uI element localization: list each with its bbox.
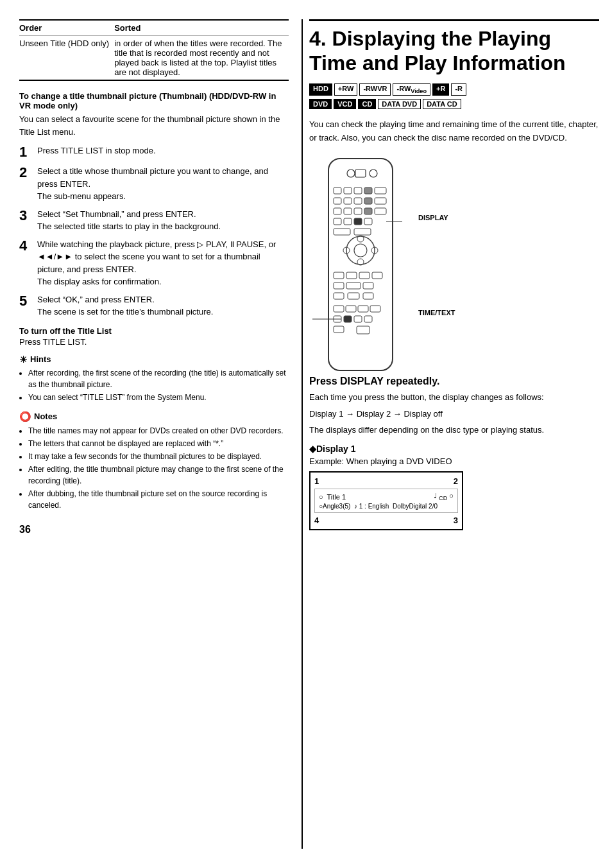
chapter-title: 4. Displaying the Playing Time and Play …: [309, 19, 599, 76]
svg-rect-15: [344, 208, 352, 214]
display-flow: Display 1 → Display 2 → Display off: [309, 409, 599, 419]
svg-rect-11: [354, 198, 362, 204]
badge-row-2: DVD VCD CD DATA DVD DATA CD: [309, 99, 599, 109]
svg-rect-46: [344, 316, 352, 322]
svg-rect-13: [375, 198, 386, 204]
svg-rect-31: [334, 272, 344, 279]
svg-rect-44: [370, 306, 380, 312]
badge-row-1: HDD +RW -RWVR -RWVideo +R -R: [309, 83, 599, 96]
svg-rect-32: [346, 272, 357, 279]
thumbnail-heading: To change a title thumbnail picture (Thu…: [19, 91, 289, 110]
remote-area: DISPLAY TIME/TEXT: [309, 155, 599, 376]
svg-point-3: [370, 169, 377, 177]
badge-hdd: HDD: [309, 83, 332, 96]
steps-container: 1 Press TITLE LIST in stop mode. 2 Selec…: [19, 144, 289, 318]
svg-rect-33: [359, 272, 370, 279]
hints-list: After recording, the first scene of the …: [28, 367, 289, 403]
svg-point-1: [347, 169, 355, 177]
svg-rect-37: [363, 282, 373, 289]
step-4: 4 While watching the playback picture, p…: [19, 238, 289, 288]
notes-heading: ⭕ Notes: [19, 411, 289, 422]
step-2-num: 2: [19, 165, 37, 180]
badge-minusr: -R: [451, 83, 466, 96]
step-2: 2 Select a title whose thumbnail picture…: [19, 165, 289, 203]
table-cell-sorted: in order of when the titles were recorde…: [114, 36, 289, 81]
thumbnail-intro: You can select a favourite scene for the…: [19, 113, 289, 138]
svg-rect-48: [364, 316, 372, 322]
badge-plusrw: +RW: [334, 83, 358, 96]
notes-icon: ⭕: [19, 411, 31, 422]
display1-corners: 1 2: [314, 476, 458, 486]
svg-rect-42: [346, 306, 356, 312]
display1-inner-row-1: ○ Title 1 ♩ CD ○: [319, 492, 454, 501]
table-header-order: Order: [19, 20, 114, 36]
step-2-text: Select a title whose thumbnail picture y…: [37, 165, 289, 203]
remote-svg: [309, 155, 412, 374]
display-note: The displays differ depending on the dis…: [309, 424, 599, 437]
notes-list: The title names may not appear for DVDs …: [28, 425, 289, 511]
page-number: 36: [19, 524, 289, 535]
note-item-2: The letters that cannot be displayed are…: [28, 438, 289, 449]
note-item-5: After dubbing, the title thumbnail pictu…: [28, 488, 289, 511]
display1-right: ♩ CD ○: [434, 492, 454, 501]
svg-rect-43: [358, 306, 368, 312]
svg-rect-19: [334, 218, 341, 225]
title-list-heading: To turn off the Title List: [19, 326, 289, 336]
notes-label: Notes: [34, 412, 57, 421]
order-table: Order Sorted Unseen Title (HDD only) in …: [19, 19, 289, 81]
table-cell-order: Unseen Title (HDD only): [19, 36, 114, 81]
table-header-sorted: Sorted: [114, 20, 289, 36]
badge-plusr: +R: [432, 83, 449, 96]
display-label: DISPLAY: [418, 214, 455, 221]
svg-rect-5: [344, 187, 352, 194]
svg-rect-7: [364, 187, 372, 194]
page: Order Sorted Unseen Title (HDD only) in …: [0, 0, 612, 868]
press-body: Each time you press the button, the disp…: [309, 391, 599, 404]
display1-subtitle: Example: When playing a DVD VIDEO: [309, 456, 599, 466]
timetext-label: TIME/TEXT: [418, 309, 455, 317]
badge-datadvd: DATA DVD: [378, 99, 421, 109]
svg-rect-16: [354, 208, 362, 214]
step-5-num: 5: [19, 293, 37, 309]
svg-rect-20: [344, 218, 352, 225]
step-1-text: Press TITLE LIST in stop mode.: [37, 144, 289, 157]
hints-label: Hints: [30, 354, 51, 364]
svg-rect-39: [348, 293, 359, 299]
corner-3: 3: [454, 516, 458, 525]
note-item-1: The title names may not appear for DVDs …: [28, 425, 289, 437]
svg-rect-9: [334, 198, 341, 204]
disc-badges: HDD +RW -RWVR -RWVideo +R -R DVD VCD CD …: [309, 83, 599, 110]
display1-left: ○ Title 1: [319, 493, 346, 501]
badge-cd: CD: [358, 99, 376, 109]
svg-rect-21: [354, 218, 362, 225]
corner-1: 1: [314, 476, 319, 486]
hints-icon: ☀: [19, 354, 28, 365]
hints-heading: ☀ Hints: [19, 354, 289, 365]
svg-rect-40: [363, 293, 373, 299]
badge-minusvr: -RWVR: [359, 83, 391, 96]
step-4-text: While watching the playback picture, pre…: [37, 238, 289, 288]
step-4-num: 4: [19, 238, 37, 254]
svg-rect-36: [346, 282, 361, 289]
right-intro: You can check the playing time and remai…: [309, 118, 599, 145]
badge-vcd: VCD: [334, 99, 356, 109]
corner-4: 4: [314, 516, 319, 525]
svg-rect-38: [334, 293, 344, 299]
svg-rect-47: [354, 316, 362, 322]
svg-rect-50: [357, 326, 370, 334]
badge-minusvideo: -RWVideo: [393, 83, 430, 96]
step-3-text: Select “Set Thumbnail,” and press ENTER.…: [37, 208, 289, 233]
display1-inner-row-2: ○Angle3(5) ♪ 1 : English DolbyDigital 2/…: [319, 503, 454, 510]
svg-rect-41: [334, 306, 344, 312]
svg-point-25: [346, 236, 375, 265]
table-row: Unseen Title (HDD only) in order of when…: [19, 36, 289, 81]
svg-rect-22: [364, 218, 372, 225]
step-3-num: 3: [19, 208, 37, 223]
svg-rect-23: [334, 229, 350, 235]
remote-labels: DISPLAY TIME/TEXT: [418, 156, 455, 374]
svg-rect-10: [344, 198, 352, 204]
badge-datacd: DATA CD: [423, 99, 461, 109]
note-item-4: After editing, the title thumbnail pictu…: [28, 464, 289, 487]
svg-rect-2: [355, 169, 366, 177]
svg-rect-17: [364, 208, 372, 214]
